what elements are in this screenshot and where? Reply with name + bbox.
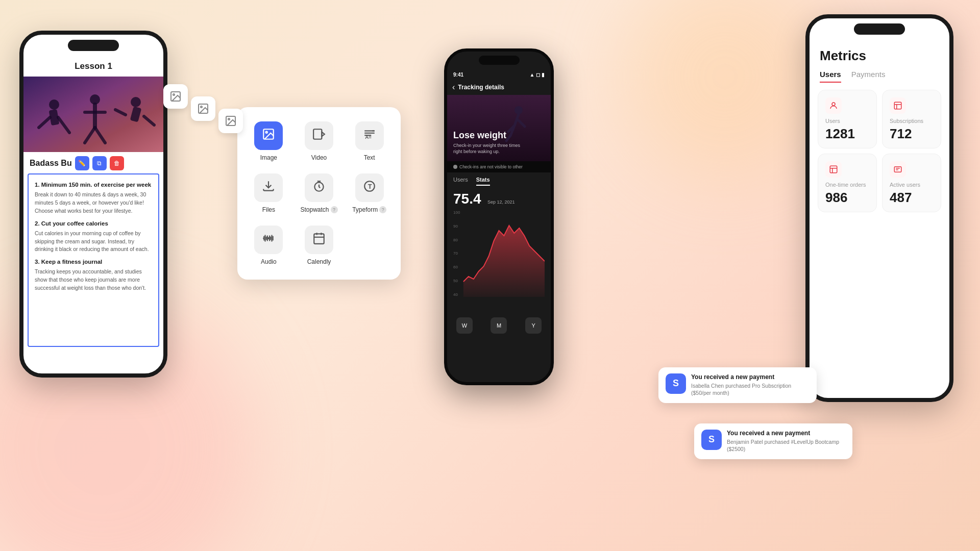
orders-icon — [825, 161, 842, 178]
image-label: Image — [260, 154, 277, 161]
tracker-time: 9:41 — [453, 72, 463, 78]
svg-point-10 — [131, 97, 141, 107]
metric-card-users: Users 1281 — [818, 90, 877, 148]
metric-card-subscriptions: Subscriptions 712 — [882, 90, 941, 148]
subscriptions-label: Subscriptions — [890, 118, 934, 124]
popup-grid: Image Video A≡ — [250, 121, 388, 265]
text-icon-wrap: A≡ — [355, 121, 384, 150]
audio-label: Audio — [261, 258, 277, 265]
stopwatch-icon — [312, 180, 326, 196]
active-label: Active users — [890, 182, 934, 188]
orders-value: 986 — [825, 190, 869, 206]
floating-icon-1[interactable] — [163, 84, 188, 109]
payment-text-1: You received a new payment Isabella Chen… — [691, 373, 810, 397]
center-phone: 9:41 ▲ ◻ ▮ ‹ Tracking details — [444, 48, 554, 385]
popup-item-video[interactable]: Video — [300, 121, 338, 161]
nav-btn-y[interactable]: Y — [525, 317, 542, 334]
lesson-image — [23, 77, 163, 152]
tracker-icons: ▲ ◻ ▮ — [530, 72, 545, 78]
popup-item-typeform[interactable]: T Typeform ? — [350, 173, 388, 213]
nav-btn-m[interactable]: M — [491, 317, 507, 334]
score-number: 75.4 — [453, 191, 481, 207]
left-phone: Lesson 1 — [19, 31, 167, 378]
chart-label-60: 60 — [453, 265, 460, 269]
svg-text:A≡: A≡ — [365, 134, 372, 140]
calendly-icon-wrap — [305, 226, 333, 254]
metrics-grid: Users 1281 Subscriptions 712 — [810, 83, 949, 212]
popup-item-stopwatch[interactable]: Stopwatch ? — [300, 173, 338, 213]
duplicate-button[interactable]: ⧉ — [92, 156, 107, 170]
svg-rect-53 — [894, 102, 901, 109]
back-button[interactable]: ‹ — [452, 83, 455, 92]
users-label: Users — [825, 118, 869, 124]
chart-labels: 100 90 80 70 60 50 40 — [453, 210, 460, 297]
score-date: Sep 12, 2021 — [487, 199, 515, 205]
content-body-2: Cut calories in your morning cup of coff… — [35, 230, 152, 254]
payment-title-1: You received a new payment — [691, 373, 810, 381]
payment-notification-2: S You received a new payment Benjamin Pa… — [694, 423, 852, 459]
tracker-bottom-nav: W M Y — [447, 312, 551, 337]
video-label: Video — [311, 154, 327, 161]
text-icon: A≡ — [363, 128, 376, 144]
popup-item-image[interactable]: Image — [250, 121, 288, 161]
payment-notification-1: S You received a new payment Isabella Ch… — [658, 367, 817, 403]
stopwatch-info-dot: ? — [331, 206, 338, 213]
right-phone-notch — [854, 23, 905, 35]
typeform-icon-wrap: T — [355, 173, 384, 202]
payment-desc-1: Isabella Chen purchased Pro Subscription… — [691, 382, 810, 397]
popup-item-audio[interactable]: Audio — [250, 226, 288, 265]
warning-dot — [453, 165, 457, 169]
svg-rect-46 — [314, 234, 324, 244]
active-users-icon — [890, 161, 906, 178]
chart-label-40: 40 — [453, 292, 460, 297]
payment-logo-2: S — [701, 430, 722, 450]
popup-item-calendly[interactable]: Calendly — [300, 226, 338, 265]
files-icon — [262, 180, 275, 196]
badass-title: Badass Bu — [30, 159, 72, 168]
delete-button[interactable]: 🗑 — [110, 156, 124, 170]
content-heading-1: 1. Minimum 150 min. of exercise per week — [35, 181, 152, 189]
content-type-popup: Image Video A≡ — [237, 107, 401, 280]
nav-btn-w[interactable]: W — [456, 317, 473, 334]
payment-desc-2: Benjamin Patel purchased #LevelUp Bootca… — [727, 438, 845, 453]
svg-point-1 — [49, 99, 59, 110]
bg-blob-2 — [623, 0, 827, 179]
chart-label-70: 70 — [453, 251, 460, 256]
metrics-tabs: Users Payments — [820, 70, 939, 83]
payment-text-2: You received a new payment Benjamin Pate… — [727, 430, 845, 453]
popup-item-text[interactable]: A≡ Text — [350, 121, 388, 161]
audio-icon-wrap — [254, 226, 283, 254]
chart-label-90: 90 — [453, 224, 460, 229]
tracker-tab-users[interactable]: Users — [453, 177, 468, 186]
typeform-icon: T — [363, 180, 376, 196]
tracker-hero-title: Lose weight — [453, 130, 525, 141]
floating-icon-2[interactable] — [191, 96, 215, 121]
popup-item-files[interactable]: Files — [250, 173, 288, 213]
tracker-hero: Lose weight Check-in your weight three t… — [447, 95, 551, 161]
tracker-header: ‹ Tracking details — [447, 80, 551, 95]
svg-rect-22 — [313, 129, 322, 139]
metric-card-orders: One-time orders 986 — [818, 154, 877, 212]
orders-label: One-time orders — [825, 182, 869, 188]
metrics-header: Metrics Users Payments — [810, 43, 949, 83]
floating-icon-3[interactable] — [218, 109, 243, 133]
users-value: 1281 — [825, 126, 869, 142]
calendly-icon — [312, 232, 326, 248]
tracker-tab-stats[interactable]: Stats — [476, 177, 490, 186]
tracker-hero-overlay: Lose weight Check-in your weight three t… — [453, 130, 525, 155]
metrics-tab-users[interactable]: Users — [820, 70, 841, 83]
files-icon-wrap — [254, 173, 283, 202]
content-body-1: Break it down to 40 minutes & days a wee… — [35, 191, 152, 215]
audio-icon — [262, 232, 275, 248]
svg-point-52 — [832, 103, 835, 106]
active-value: 487 — [890, 190, 934, 206]
metrics-tab-payments[interactable]: Payments — [851, 70, 886, 83]
image-icon — [262, 128, 275, 144]
chart-label-80: 80 — [453, 238, 460, 242]
chart-svg — [453, 210, 545, 297]
svg-text:T: T — [368, 183, 372, 190]
content-heading-2: 2. Cut your coffee calories — [35, 219, 152, 228]
edit-button[interactable]: ✏️ — [75, 156, 89, 170]
payment-logo-1: S — [666, 373, 686, 394]
right-phone: Metrics Users Payments Users 1281 — [805, 14, 953, 402]
